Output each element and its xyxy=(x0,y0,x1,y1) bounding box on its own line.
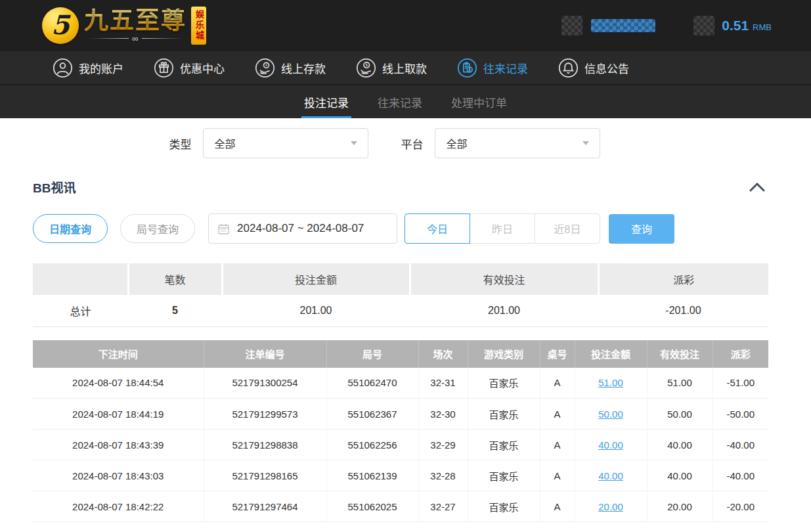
summary-header-bet-amount: 投注金额 xyxy=(222,263,410,295)
type-select-value: 全部 xyxy=(215,135,236,151)
session: 32-28 xyxy=(418,460,468,491)
date-preset-group: 今日 昨日 近8日 xyxy=(405,213,600,244)
col-payout: 派彩 xyxy=(712,340,768,368)
payout: -51.00 xyxy=(712,368,768,399)
withdraw-icon: $ xyxy=(356,58,376,78)
round-number: 551062025 xyxy=(326,491,418,522)
platform-filter-label: 平台 xyxy=(401,135,424,152)
tab-processing-orders[interactable]: 处理中订单 xyxy=(450,85,508,118)
query-button[interactable]: 查询 xyxy=(609,214,674,244)
entertainment-city-badge: 娱乐城 xyxy=(191,7,206,45)
nav-label: 优惠中心 xyxy=(180,60,225,76)
platform-select[interactable]: 全部 xyxy=(435,128,600,158)
wallet-icon-censored xyxy=(693,16,714,35)
col-bet-amount: 投注金额 xyxy=(575,340,647,368)
chevron-down-icon xyxy=(582,141,589,145)
table-row: 2024-08-07 18:43:39 521791298838 5510622… xyxy=(33,430,768,460)
date-range-input[interactable]: 2024-08-07 ~ 2024-08-07 xyxy=(208,213,397,244)
bet-amount-link[interactable]: 51.00 xyxy=(598,377,623,388)
nav-item-online-deposit[interactable]: ¥ 线上存款 xyxy=(255,58,326,78)
table-number: A xyxy=(540,460,575,491)
table-number: A xyxy=(540,491,575,522)
top-header: 5 九五至尊 ∞ 娱乐城 0.51 RMB xyxy=(0,0,811,51)
yesterday-button[interactable]: 昨日 xyxy=(470,213,535,244)
nav-label: 往来记录 xyxy=(483,60,528,76)
records-header-row: 下注时间 注单编号 局号 场次 游戏类别 桌号 投注金额 有效投注 派彩 xyxy=(33,340,768,368)
nav-label: 信息公告 xyxy=(584,60,629,76)
total-label: 总计 xyxy=(33,295,128,326)
valid-bet: 20.00 xyxy=(647,491,712,522)
bet-time: 2024-08-07 18:43:03 xyxy=(33,460,204,491)
tab-betting-records[interactable]: 投注记录 xyxy=(303,85,350,118)
order-number: 521791297464 xyxy=(204,491,326,522)
session: 32-29 xyxy=(418,430,468,460)
type-filter-label: 类型 xyxy=(169,135,192,152)
round-number: 551062256 xyxy=(326,430,418,460)
total-valid-bet: 201.00 xyxy=(410,295,598,326)
bet-time: 2024-08-07 18:44:54 xyxy=(33,368,204,399)
date-range-value: 2024-08-07 ~ 2024-08-07 xyxy=(237,222,364,235)
game-type: 百家乐 xyxy=(468,491,540,522)
col-round-number: 局号 xyxy=(326,340,418,368)
nav-item-promotions[interactable]: 优惠中心 xyxy=(154,58,225,78)
platform-select-value: 全部 xyxy=(447,135,468,151)
nav-item-my-account[interactable]: 我的账户 xyxy=(53,58,123,78)
logo-circle-icon: 5 xyxy=(42,7,79,44)
order-number: 521791299573 xyxy=(204,399,326,430)
bet-amount-link[interactable]: 20.00 xyxy=(598,501,623,512)
bet-amount-link[interactable]: 40.00 xyxy=(598,470,623,481)
table-row: 2024-08-07 18:42:22 521791297464 5510620… xyxy=(33,491,768,522)
order-number: 521791298838 xyxy=(204,430,326,460)
balance-amount: 0.51 xyxy=(722,18,749,33)
bet-amount-link[interactable]: 40.00 xyxy=(598,439,623,451)
tab-transaction-records[interactable]: 往来记录 xyxy=(376,85,424,118)
records-subnav: 投注记录 往来记录 处理中订单 xyxy=(0,85,811,118)
game-type: 百家乐 xyxy=(468,368,540,399)
records-icon xyxy=(457,58,477,78)
session: 32-27 xyxy=(418,491,468,522)
table-number: A xyxy=(540,368,575,399)
valid-bet: 51.00 xyxy=(647,368,712,399)
nav-item-online-withdraw[interactable]: $ 线上取款 xyxy=(356,58,427,78)
last-8-days-button[interactable]: 近8日 xyxy=(535,213,600,244)
section-title-bb-video: BB视讯 xyxy=(33,178,76,196)
round-number: 551062367 xyxy=(326,399,418,430)
order-number: 521791300254 xyxy=(204,368,326,399)
game-type: 百家乐 xyxy=(468,460,540,491)
query-toolbar: 日期查询 局号查询 2024-08-07 ~ 2024-08-07 今日 昨日 … xyxy=(33,213,811,244)
user-icon xyxy=(53,58,73,78)
table-row: 2024-08-07 18:44:54 521791300254 5510624… xyxy=(33,368,768,399)
balance-currency: RMB xyxy=(753,22,772,32)
round-query-button[interactable]: 局号查询 xyxy=(120,214,195,243)
bet-records-table: 下注时间 注单编号 局号 场次 游戏类别 桌号 投注金额 有效投注 派彩 202… xyxy=(33,340,768,523)
today-button[interactable]: 今日 xyxy=(405,213,470,244)
valid-bet: 50.00 xyxy=(647,399,712,430)
table-row: 2024-08-07 18:43:03 521791298165 5510621… xyxy=(33,460,768,491)
collapse-section-button[interactable] xyxy=(749,183,765,192)
bet-amount-link[interactable]: 50.00 xyxy=(598,409,623,420)
col-game-type: 游戏类别 xyxy=(468,340,540,368)
total-count: 5 xyxy=(128,295,222,326)
date-query-button[interactable]: 日期查询 xyxy=(33,214,108,243)
summary-header-empty xyxy=(33,263,128,295)
active-tab-underline xyxy=(301,116,351,118)
type-select[interactable]: 全部 xyxy=(203,128,368,158)
site-logo[interactable]: 5 九五至尊 ∞ 娱乐城 xyxy=(42,7,206,45)
user-avatar-censored[interactable] xyxy=(561,16,582,35)
summary-header-payout: 派彩 xyxy=(598,263,768,295)
nav-item-transaction-records[interactable]: 往来记录 xyxy=(457,58,528,78)
nav-item-announcements[interactable]: 信息公告 xyxy=(558,58,629,78)
round-number: 551062470 xyxy=(326,368,418,399)
summary-header-count: 笔数 xyxy=(128,263,222,295)
table-row: 2024-08-07 18:44:19 521791299573 5510623… xyxy=(33,399,768,430)
svg-text:$: $ xyxy=(366,62,368,67)
session: 32-30 xyxy=(418,399,468,430)
round-number: 551062139 xyxy=(326,460,418,491)
order-number: 521791298165 xyxy=(204,460,326,491)
summary-total-row: 总计 5 201.00 201.00 -201.00 xyxy=(33,295,768,326)
col-order-number: 注单编号 xyxy=(204,340,326,368)
col-table-number: 桌号 xyxy=(540,340,575,368)
main-nav: 我的账户 优惠中心 ¥ 线上存款 $ 线上取款 xyxy=(0,51,811,85)
payout: -40.00 xyxy=(712,430,768,460)
svg-text:¥: ¥ xyxy=(265,63,268,67)
